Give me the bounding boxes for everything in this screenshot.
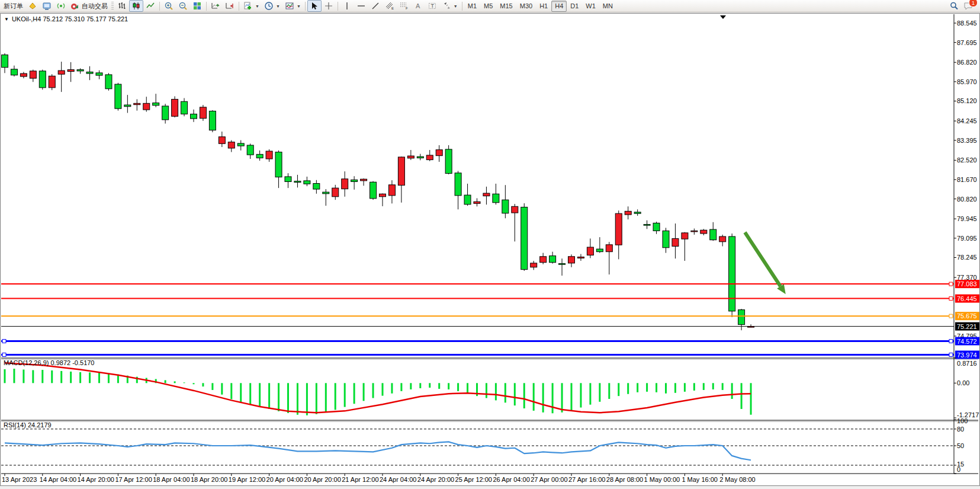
candle-body bbox=[426, 155, 433, 160]
rsi-indicator-label: RSI(14) 24.2179 bbox=[4, 421, 52, 429]
candle-body bbox=[30, 71, 36, 78]
candle-body bbox=[719, 236, 726, 242]
candle-body bbox=[191, 114, 197, 119]
time-tick-label: 14 Apr 20:00 bbox=[78, 476, 114, 483]
candle-body bbox=[200, 107, 206, 119]
time-tick-label: 21 Apr 12:00 bbox=[342, 476, 378, 483]
rsi-axis-label: 80 bbox=[957, 426, 964, 433]
candle-body bbox=[644, 225, 650, 226]
candle-body bbox=[701, 230, 707, 234]
candle-body bbox=[464, 195, 471, 204]
candle-body bbox=[294, 181, 301, 183]
candle-body bbox=[587, 247, 593, 255]
candle-body bbox=[77, 70, 83, 71]
candle-body bbox=[20, 73, 27, 76]
line-anchor-handle bbox=[949, 282, 953, 286]
line-anchor-handle bbox=[949, 297, 953, 301]
candle-body bbox=[550, 256, 556, 263]
time-tick-label: 2 May 08:00 bbox=[719, 476, 756, 483]
time-tick-label: 19 Apr 12:00 bbox=[229, 476, 265, 483]
time-tick-label: 26 Apr 04:00 bbox=[493, 476, 529, 483]
candle-body bbox=[407, 156, 414, 158]
candle-body bbox=[615, 213, 622, 245]
candle-body bbox=[313, 184, 320, 190]
line-anchor-handle bbox=[949, 353, 953, 357]
price-tick-label: 85.120 bbox=[957, 97, 977, 104]
symbol-quote-text: UKOil-,H4 75.212 75.310 75.177 75.221 bbox=[12, 15, 128, 23]
candle-body bbox=[436, 150, 442, 156]
candle-body bbox=[332, 188, 339, 197]
candle-body bbox=[351, 180, 358, 181]
price-tick-label: 79.945 bbox=[957, 215, 977, 222]
symbol-dropdown-icon[interactable]: ▼ bbox=[4, 17, 9, 22]
candle-body bbox=[691, 231, 698, 232]
candle-body bbox=[143, 103, 150, 110]
candlestick-chart-canvas[interactable]: 88.54587.69586.82085.97085.12084.24583.3… bbox=[0, 0, 980, 489]
price-tick-label: 87.695 bbox=[957, 39, 977, 46]
price-tick-label: 84.245 bbox=[957, 117, 977, 124]
macd-signal-line bbox=[5, 363, 751, 413]
price-tag-label: 75.221 bbox=[957, 323, 977, 330]
time-tick-label: 25 Apr 12:00 bbox=[455, 476, 492, 483]
candle-body bbox=[275, 152, 282, 177]
candle-body bbox=[710, 229, 716, 240]
candle-body bbox=[540, 257, 547, 263]
rsi-axis-label: 100 bbox=[957, 417, 968, 424]
time-tick-label: 18 Apr 04:00 bbox=[153, 476, 189, 483]
time-tick-label: 18 Apr 20:00 bbox=[191, 476, 227, 483]
candle-body bbox=[11, 69, 17, 75]
time-tick-label: 13 Apr 2023 bbox=[2, 476, 37, 483]
candle-body bbox=[266, 151, 272, 159]
candle-body bbox=[285, 177, 291, 181]
candle-body bbox=[653, 223, 660, 231]
price-tick-label: 79.095 bbox=[957, 235, 977, 242]
time-tick-label: 1 May 00:00 bbox=[644, 476, 680, 483]
price-tick-label: 88.545 bbox=[957, 20, 977, 27]
candle-body bbox=[729, 236, 735, 311]
price-tick-label: 86.820 bbox=[957, 59, 977, 66]
candle-body bbox=[181, 101, 188, 114]
candle-body bbox=[86, 72, 93, 73]
macd-axis-label: 0.8716 bbox=[957, 360, 977, 367]
candle-body bbox=[398, 157, 404, 186]
trend-arrow bbox=[745, 232, 780, 286]
candle-body bbox=[39, 71, 46, 88]
candle-body bbox=[323, 192, 329, 194]
price-tick-label: 82.520 bbox=[957, 156, 977, 164]
candle-body bbox=[493, 194, 499, 203]
candle-body bbox=[388, 185, 395, 196]
candle-body bbox=[342, 179, 348, 189]
price-tag-label: 77.083 bbox=[957, 280, 977, 287]
candle-body bbox=[682, 233, 688, 239]
candle-body bbox=[474, 202, 480, 203]
candle-body bbox=[134, 103, 140, 104]
candle-body bbox=[596, 249, 603, 252]
price-tag-label: 73.974 bbox=[957, 351, 977, 359]
candle-body bbox=[625, 211, 631, 215]
candle-body bbox=[124, 105, 131, 107]
candle-body bbox=[105, 75, 112, 89]
candle-body bbox=[559, 264, 565, 265]
candle-body bbox=[370, 182, 377, 199]
time-tick-label: 17 Apr 12:00 bbox=[115, 476, 152, 483]
candle-body bbox=[96, 73, 102, 75]
rsi-axis-label: 50 bbox=[957, 442, 964, 449]
price-tick-label: 85.970 bbox=[957, 78, 977, 85]
candle-body bbox=[153, 103, 159, 106]
candle-body bbox=[49, 76, 55, 88]
candle-body bbox=[228, 142, 234, 148]
time-tick-label: 1 May 16:00 bbox=[682, 476, 718, 483]
time-tick-label: 28 Apr 08:00 bbox=[606, 476, 643, 483]
line-anchor-handle bbox=[949, 314, 953, 318]
line-anchor-handle bbox=[2, 353, 6, 357]
candle-body bbox=[521, 207, 528, 269]
candle-body bbox=[237, 143, 244, 146]
price-tick-label: 81.670 bbox=[957, 176, 977, 183]
candle-body bbox=[380, 194, 386, 197]
candle-body bbox=[209, 111, 216, 130]
line-anchor-handle bbox=[2, 340, 6, 343]
chart-symbol-label: ▼ UKOil-,H4 75.212 75.310 75.177 75.221 bbox=[4, 15, 128, 23]
time-tick-label: 20 Apr 04:00 bbox=[266, 476, 303, 483]
rsi-line bbox=[5, 442, 751, 460]
candle-body bbox=[512, 206, 518, 213]
